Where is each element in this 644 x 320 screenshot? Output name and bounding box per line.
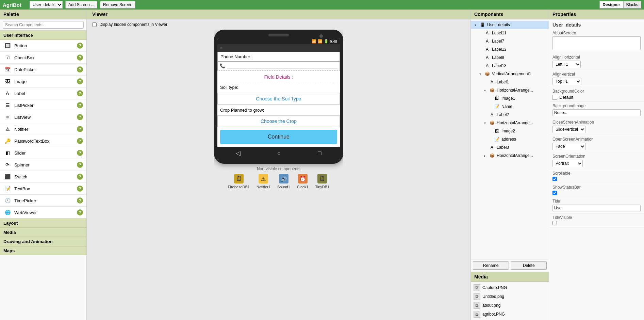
palette-item-textbox[interactable]: 📝 TextBox ? [0,183,86,195]
back-icon[interactable]: ◁ [236,149,241,157]
section-layout[interactable]: Layout [0,219,86,228]
toggle-label13[interactable] [478,63,482,68]
palette-item-switch[interactable]: ⬛ Switch ? [0,171,86,183]
close_screen_animation-select[interactable]: SlideVerticalFadeNone [552,126,585,133]
media-item-about_png[interactable]: 🖼 about.png [471,301,549,310]
tree-node-label1[interactable]: A Label1 [471,78,549,86]
toggle-horizontal_arrangement2[interactable]: ▾ [482,121,487,125]
tree-node-horizontal_arrangement3[interactable]: ▸ 📦 HorizontalArrange... [471,151,549,160]
background_image-input[interactable] [552,109,641,116]
about_screen-input[interactable] [552,36,641,50]
tree-node-name[interactable]: 📝 Name [471,102,549,111]
nonvisible-item-clock1[interactable]: ⏰ Clock1 [297,174,309,189]
tree-node-vertical_arrangement1[interactable]: ▾ 📦 VerticalArrangement1 [471,70,549,78]
show_status_bar-checkbox[interactable] [552,191,557,195]
rename-button[interactable]: Rename [473,261,509,270]
notifier-help[interactable]: ? [77,126,83,132]
phone-number-input[interactable] [227,63,337,68]
palette-item-spinner[interactable]: ⟳ Spinner ? [0,159,86,171]
add-screen-button[interactable]: Add Screen ... [65,1,97,9]
home-icon[interactable]: ○ [277,150,281,157]
toggle-horizontal_arrangement3[interactable]: ▸ [482,153,487,158]
tree-node-label3[interactable]: A Label3 [471,143,549,151]
toggle-label8[interactable] [478,55,482,60]
slider-help[interactable]: ? [77,150,83,156]
title_visible-checkbox[interactable] [552,221,557,225]
passwordtextbox-help[interactable]: ? [77,138,83,144]
toggle-label12[interactable] [478,47,482,52]
designer-button[interactable]: Designer [599,1,623,9]
align_horizontal-select[interactable]: Left : 1Center : 2Right : 3 [552,61,581,68]
phone-screen-content[interactable]: ≡ Phone Number: 📞 Field Details : Soil t… [217,44,340,147]
title-input[interactable] [552,205,641,211]
toggle-user_details[interactable]: ▾ [473,22,478,27]
toggle-label2[interactable] [482,112,487,117]
tree-node-label2[interactable]: A Label2 [471,111,549,119]
toggle-label3[interactable] [482,145,487,150]
timepicker-help[interactable]: ? [77,197,83,204]
palette-item-slider[interactable]: ◧ Slider ? [0,147,86,159]
listpicker-help[interactable]: ? [77,102,83,108]
image-help[interactable]: ? [77,78,83,84]
tree-node-image1[interactable]: 🖼 Image1 [471,94,549,102]
section-user-interface[interactable]: User Interface [0,31,86,40]
palette-item-datepicker[interactable]: 📅 DatePicker ? [0,64,86,76]
tree-node-label8[interactable]: A Label8 [471,53,549,62]
open_screen_animation-select[interactable]: FadeSlideVerticalNone [552,143,585,150]
screen_orientation-select[interactable]: PortraitLandscapeAuto [552,160,583,167]
continue-button[interactable]: Continue [220,130,337,144]
palette-item-passwordtextbox[interactable]: 🔑 PasswordTextBox ? [0,135,86,147]
remove-screen-button[interactable]: Remove Screen [100,1,135,9]
recents-icon[interactable]: □ [318,150,321,157]
nonvisible-item-sound1[interactable]: 🔊 Sound1 [277,174,290,189]
tree-node-label7[interactable]: A Label7 [471,37,549,45]
label-help[interactable]: ? [77,90,83,96]
datepicker-help[interactable]: ? [77,66,83,73]
section-media[interactable]: Media [0,228,86,237]
search-input[interactable] [3,21,84,29]
hidden-components-checkbox[interactable] [92,22,97,27]
palette-item-button[interactable]: 🔲 Button ? [0,40,86,52]
toggle-label7[interactable] [478,39,482,44]
align_vertical-select[interactable]: Top : 1Center : 2Bottom : 3 [552,78,581,85]
toggle-name[interactable] [487,104,492,109]
textbox-help[interactable]: ? [77,186,83,192]
media-item-capture_png[interactable]: 🖼 Capture.PNG [471,283,549,292]
nonvisible-item-notifier1[interactable]: ⚠ Notifier1 [257,174,270,189]
media-item-agribot_png[interactable]: 🖼 agribot.PNG [471,310,549,319]
checkbox-help[interactable]: ? [77,54,83,61]
choose-crop-button[interactable]: Choose the Crop [217,115,340,127]
palette-item-timepicker[interactable]: 🕐 TimePicker ? [0,195,86,207]
tree-node-horizontal_arrangement1[interactable]: ▾ 📦 HorizontalArrange... [471,86,549,94]
switch-help[interactable]: ? [77,174,83,180]
section-drawing-animation[interactable]: Drawing and Animation [0,237,86,246]
toggle-horizontal_arrangement1[interactable]: ▾ [482,88,487,93]
toggle-label1[interactable] [482,80,487,84]
media-item-untitled_png[interactable]: 🖼 Untitled.png [471,292,549,301]
toggle-image1[interactable] [487,96,492,101]
toggle-vertical_arrangement1[interactable]: ▾ [478,71,482,76]
nonvisible-item-firebasedb1[interactable]: 🗄 FirebaseDB1 [228,174,250,189]
blocks-button[interactable]: Blocks [623,1,641,9]
webviewer-help[interactable]: ? [77,209,83,215]
tree-node-label11[interactable]: A Label11 [471,29,549,37]
spinner-help[interactable]: ? [77,162,83,168]
tree-node-image2[interactable]: 🖼 Image2 [471,127,549,135]
palette-item-listview[interactable]: ≡ ListView ? [0,111,86,123]
toggle-label11[interactable] [478,31,482,35]
tree-node-address[interactable]: 📝 address [471,135,549,143]
tree-node-user_details[interactable]: ▾ 📱 User_details [471,21,549,29]
palette-item-image[interactable]: 🖼 Image ? [0,76,86,87]
palette-item-label[interactable]: A Label ? [0,87,86,99]
listview-help[interactable]: ? [77,114,83,120]
choose-soil-type-button[interactable]: Choose the Soil Type [217,93,340,105]
tree-node-horizontal_arrangement2[interactable]: ▾ 📦 HorizontalArrange... [471,119,549,127]
screen-dropdown[interactable]: User_details [30,1,63,9]
palette-item-checkbox[interactable]: ☑ CheckBox ? [0,52,86,64]
palette-item-webviewer[interactable]: 🌐 WebViewer ? [0,207,86,219]
section-maps[interactable]: Maps [0,246,86,255]
toggle-image2[interactable] [487,129,492,133]
tree-node-label12[interactable]: A Label12 [471,45,549,53]
nonvisible-item-tinydb1[interactable]: 🗄 TinyDB1 [315,174,329,189]
palette-item-notifier[interactable]: ⚠ Notifier ? [0,123,86,135]
